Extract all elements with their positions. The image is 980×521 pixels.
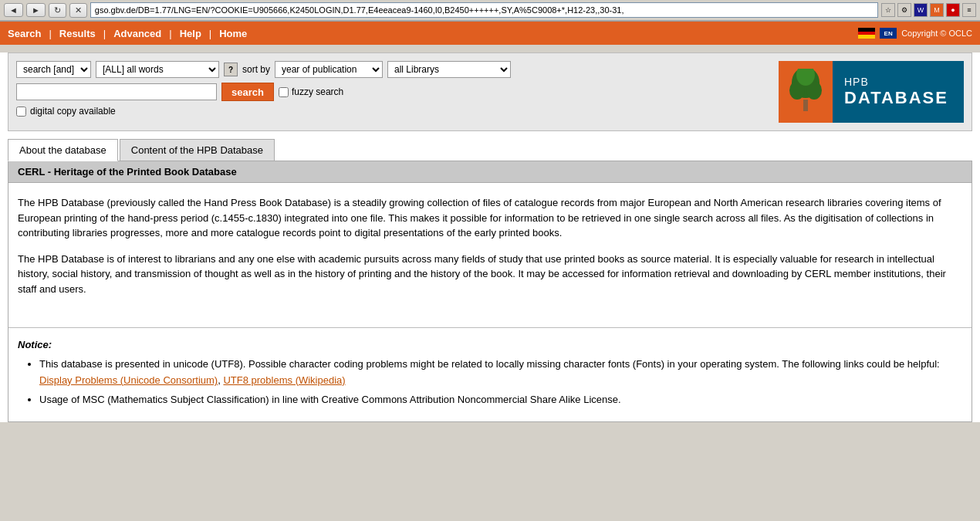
- back-button[interactable]: ◄: [4, 3, 23, 17]
- search-row-1: search [and] [ALL] all words ? sort by y…: [16, 61, 771, 78]
- content-para-1: The HPB Database (previously called the …: [18, 195, 962, 241]
- notice-item-2-text: Usage of MSC (Mathematics Subject Classi…: [39, 394, 621, 405]
- utf8-wikipedia-link[interactable]: UTF8 problems (Wikipedia): [223, 374, 345, 386]
- flag-en[interactable]: EN: [880, 28, 897, 39]
- tab-content[interactable]: Content of the HPB Database: [120, 139, 275, 161]
- tools-icon[interactable]: ⚙: [897, 3, 911, 17]
- digital-copy-text: digital copy available: [30, 106, 116, 117]
- search-field-select[interactable]: [ALL] all words: [96, 61, 219, 78]
- library-select[interactable]: all Librarys: [387, 61, 511, 78]
- browser-toolbar: ◄ ► ↻ ✕ gso.gbv.de/DB=1.77/LNG=EN/?COOKI…: [0, 0, 980, 21]
- search-row-3: digital copy available: [16, 106, 771, 117]
- tabs-container: About the database Content of the HPB Da…: [8, 139, 972, 422]
- tab-about[interactable]: About the database: [8, 139, 118, 161]
- search-input[interactable]: [16, 83, 217, 100]
- refresh-button[interactable]: ↻: [49, 3, 66, 18]
- notice-section: Notice: This database is presented in un…: [8, 327, 972, 421]
- digital-copy-checkbox[interactable]: [16, 107, 26, 117]
- nav-help[interactable]: Help: [172, 23, 209, 44]
- nav-advanced[interactable]: Advanced: [106, 23, 169, 44]
- copyright-text: Copyright © OCLC: [901, 29, 972, 38]
- search-panel: search [and] [ALL] all words ? sort by y…: [8, 52, 972, 131]
- tab-content-panel: CERL - Heritage of the Printed Book Data…: [8, 161, 972, 422]
- fuzzy-search-text: fuzzy search: [292, 86, 343, 97]
- nav-search[interactable]: Search: [0, 23, 49, 44]
- notice-item-1-text: This database is presented in unicode (U…: [39, 358, 940, 370]
- search-button[interactable]: search: [221, 83, 274, 101]
- notice-item-1: This database is presented in unicode (U…: [39, 357, 962, 389]
- addon1-icon[interactable]: W: [914, 3, 928, 17]
- nav-home[interactable]: Home: [211, 23, 255, 44]
- navigation-bar: Search | Results | Advanced | Help | Hom…: [0, 22, 980, 45]
- address-bar[interactable]: gso.gbv.de/DB=1.77/LNG=EN/?COOKIE=U90566…: [90, 2, 878, 18]
- fuzzy-search-label[interactable]: fuzzy search: [279, 86, 343, 97]
- forward-button[interactable]: ►: [26, 3, 46, 17]
- nav-right: EN Copyright © OCLC: [858, 28, 980, 39]
- hpb-logo-icon: [779, 61, 833, 123]
- content-para-2: The HPB Database is of interest to libra…: [18, 252, 962, 297]
- hpb-text: HPB: [844, 76, 948, 88]
- fuzzy-search-checkbox[interactable]: [279, 87, 289, 97]
- hpb-logo: HPB DATABASE: [779, 61, 964, 123]
- browser-chrome: ◄ ► ↻ ✕ gso.gbv.de/DB=1.77/LNG=EN/?COOKI…: [0, 0, 980, 22]
- bookmark-icon[interactable]: ☆: [881, 3, 895, 17]
- sort-by-label: sort by: [242, 64, 270, 75]
- notice-title: Notice:: [18, 339, 962, 350]
- hpb-text-area: HPB DATABASE: [833, 68, 960, 116]
- tabs-header: About the database Content of the HPB Da…: [8, 139, 972, 161]
- tree-icon: [786, 69, 825, 115]
- stop-button[interactable]: ✕: [69, 3, 87, 18]
- addon2-icon[interactable]: M: [930, 3, 944, 17]
- unicode-consortium-link[interactable]: Display Problems (Unicode Consortium): [39, 374, 218, 386]
- addon3-icon[interactable]: ●: [946, 3, 960, 17]
- digital-copy-label[interactable]: digital copy available: [16, 106, 116, 117]
- url-text: gso.gbv.de/DB=1.77/LNG=EN/?COOKIE=U90566…: [95, 5, 624, 15]
- search-row-2: search fuzzy search: [16, 83, 771, 101]
- menu-icon[interactable]: ≡: [962, 3, 976, 17]
- svg-rect-0: [803, 100, 808, 111]
- notice-list: This database is presented in unicode (U…: [18, 357, 962, 408]
- search-operator-select[interactable]: search [and]: [16, 61, 91, 78]
- flag-de[interactable]: [858, 28, 875, 39]
- help-button[interactable]: ?: [224, 63, 238, 76]
- sort-select[interactable]: year of publication: [275, 61, 383, 78]
- notice-item-2: Usage of MSC (Mathematics Subject Classi…: [39, 392, 962, 408]
- content-area: The HPB Database (previously called the …: [8, 183, 972, 320]
- browser-icons: ☆ ⚙ W M ● ≡: [881, 3, 976, 17]
- nav-results[interactable]: Results: [52, 23, 103, 44]
- main-content: search [and] [ALL] all words ? sort by y…: [0, 52, 980, 422]
- tab-subtitle: CERL - Heritage of the Printed Book Data…: [8, 161, 972, 183]
- database-text: DATABASE: [844, 88, 948, 108]
